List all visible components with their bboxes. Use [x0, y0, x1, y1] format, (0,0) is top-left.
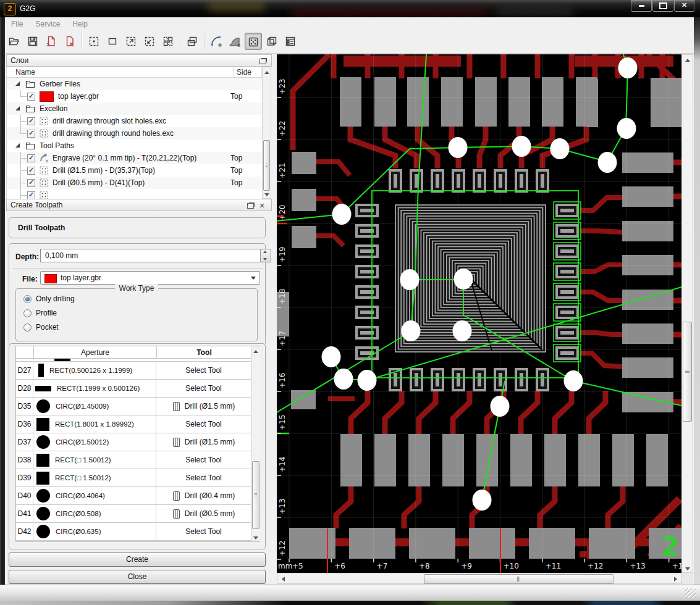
- scrollbar-thumb[interactable]: [263, 140, 270, 191]
- column-header-name[interactable]: Name: [15, 68, 35, 77]
- layer-visibility-checkbox[interactable]: ✓: [27, 117, 35, 125]
- chevron-down-icon[interactable]: [251, 277, 256, 280]
- expander-icon[interactable]: [15, 106, 20, 111]
- arc-tool-icon[interactable]: [208, 33, 225, 50]
- tree-group-row[interactable]: Tool Paths: [7, 140, 264, 152]
- tool-cell[interactable]: Drill (Ø1.5 mm): [156, 433, 251, 451]
- tool-cell[interactable]: Select Tool: [156, 469, 251, 487]
- aperture-row-D38[interactable]: D38RECT(□ 1.50012)Select Tool: [16, 451, 251, 469]
- tree-layer-row[interactable]: ✓Drill (Ø1.5 mm) - D(35,37)(Top)Top: [7, 164, 264, 177]
- resize-grip[interactable]: [685, 588, 696, 598]
- menu-item-file[interactable]: File: [5, 17, 29, 31]
- radio-only-drilling[interactable]: [23, 295, 32, 303]
- maximize-button[interactable]: [652, 0, 673, 12]
- layer-visibility-checkbox[interactable]: ✓: [27, 191, 35, 199]
- layer-visibility-checkbox[interactable]: ✓: [27, 167, 35, 175]
- tree-layer-row[interactable]: ✓Drill (Ø0.5 mm) - D(41)(Top)Top: [7, 177, 264, 189]
- properties-view-icon[interactable]: [282, 33, 299, 50]
- aperture-row-D27[interactable]: D27RECT(0.500126 x 1.1999)Select Tool: [16, 362, 251, 380]
- expander-icon[interactable]: [15, 81, 20, 86]
- tool-cell[interactable]: Drill (Ø0.4 mm): [156, 487, 251, 505]
- aperture-row-D39[interactable]: D39RECT(□ 1.50012)Select Tool: [16, 469, 251, 487]
- tree-group-row[interactable]: Excellon: [7, 102, 264, 115]
- close-file-icon[interactable]: [61, 33, 78, 50]
- file-combobox[interactable]: top layer.gbr: [40, 271, 260, 285]
- aperture-row-D36[interactable]: D36RECT(1.8001 x 1.89992)Select Tool: [16, 415, 251, 433]
- create-button[interactable]: Create: [9, 553, 266, 567]
- scroll-up-arrow[interactable]: [263, 67, 271, 76]
- header-tool[interactable]: Tool: [156, 346, 251, 359]
- close-panel-icon[interactable]: ✕: [258, 201, 266, 210]
- tool-cell[interactable]: Select Tool: [156, 523, 251, 541]
- spin-down-icon[interactable]: [263, 258, 267, 261]
- tool-cell[interactable]: Select Tool: [156, 415, 251, 433]
- arc-filled-tool-icon[interactable]: [226, 33, 243, 50]
- pcb-viewport[interactable]: 2mm+5+6+7+8+9+10+11+12+13+14+12+13+14+15…: [277, 54, 681, 573]
- aperture-table[interactable]: Aperture Tool D27RECT(0.500126 x 1.1999)…: [15, 346, 260, 542]
- close-button[interactable]: Close: [9, 570, 266, 584]
- aperture-row-D37[interactable]: D37CIRC(Ø1.50012)Drill (Ø1.5 mm): [16, 433, 251, 451]
- tool-cell[interactable]: Select Tool: [156, 362, 251, 380]
- tool-cell[interactable]: Select Tool: [156, 380, 251, 398]
- aperture-row-D35[interactable]: D35CIRC(Ø1.45009)Drill (Ø1.5 mm): [16, 398, 251, 415]
- column-header-side[interactable]: Side: [237, 68, 251, 77]
- layers-column-header[interactable]: Name Side: [6, 67, 263, 78]
- scroll-down-arrow[interactable]: [682, 564, 693, 572]
- tool-cell[interactable]: Drill (Ø0.5 mm): [156, 505, 251, 523]
- tree-group-row[interactable]: Gerber Files: [7, 78, 264, 90]
- layer-visibility-checkbox[interactable]: ✓: [27, 130, 35, 138]
- zoom-in-icon[interactable]: [122, 33, 140, 50]
- layer-visibility-checkbox[interactable]: ✓: [27, 93, 35, 101]
- drill-view-icon[interactable]: [245, 33, 262, 50]
- layers-tree[interactable]: Gerber Files✓top layer.gbrTopExcellon✓dr…: [6, 78, 264, 199]
- layer-visibility-checkbox[interactable]: ✓: [27, 179, 35, 187]
- zoom-out-icon[interactable]: [141, 33, 158, 50]
- titlebar[interactable]: 2 G2G ✕: [0, 0, 700, 17]
- spin-up-icon[interactable]: [263, 251, 267, 253]
- depth-spinbox[interactable]: 0,100 mm: [40, 249, 271, 262]
- header-aperture[interactable]: Aperture: [33, 346, 156, 359]
- save-file-icon[interactable]: [24, 33, 41, 50]
- tree-layer-row[interactable]: ✓drill drawing through round holes.exc: [7, 127, 264, 140]
- tree-layer-row[interactable]: ✓drill drawing through slot holes.exc: [7, 115, 264, 127]
- scroll-up-arrow[interactable]: [682, 55, 693, 64]
- scroll-down-arrow[interactable]: [263, 190, 271, 198]
- open-file-icon[interactable]: [6, 33, 23, 50]
- scroll-down-arrow[interactable]: [251, 533, 260, 541]
- tree-layer-row[interactable]: ✓Engrave (20° 0.1 mm tip) - T(20,21,22)(…: [7, 152, 264, 164]
- radio-pocket[interactable]: [23, 323, 32, 332]
- aperture-row-D28[interactable]: D28RECT(1.1999 x 0.500126)Select Tool: [16, 380, 251, 398]
- spin-buttons[interactable]: [260, 249, 271, 262]
- scroll-right-arrow[interactable]: [671, 574, 680, 582]
- scrollbar-thumb[interactable]: [252, 461, 259, 529]
- scroll-left-arrow[interactable]: [279, 574, 287, 582]
- zoom-fit-icon[interactable]: [104, 33, 121, 50]
- import-file-icon[interactable]: [43, 33, 60, 50]
- table-scrollbar[interactable]: [251, 346, 260, 541]
- menu-item-help[interactable]: Help: [66, 17, 94, 31]
- aperture-row-D42[interactable]: D42CIRC(Ø0.635)Select Tool: [16, 523, 251, 541]
- column-divider[interactable]: [233, 67, 234, 77]
- menu-item-service[interactable]: Service: [29, 17, 66, 31]
- aperture-row-D41[interactable]: D41CIRC(Ø0.508)Drill (Ø0.5 mm): [16, 505, 251, 523]
- aperture-row-D40[interactable]: D40CIRC(Ø0.4064)Drill (Ø0.4 mm): [16, 487, 251, 505]
- scrollbar-thumb[interactable]: [683, 322, 692, 422]
- scroll-up-arrow[interactable]: [251, 346, 260, 355]
- tree-layer-row[interactable]: ✓top layer.gbrTop: [7, 90, 264, 102]
- canvas-horizontal-scrollbar[interactable]: [277, 573, 681, 584]
- minimize-button[interactable]: [631, 0, 652, 12]
- tool-cell[interactable]: Select Tool: [156, 451, 251, 469]
- tool-cell[interactable]: Drill (Ø1.5 mm): [156, 398, 251, 415]
- close-button[interactable]: ✕: [674, 0, 694, 12]
- expander-icon[interactable]: [15, 143, 20, 148]
- header-id[interactable]: [16, 346, 33, 359]
- canvas-vertical-scrollbar[interactable]: [681, 54, 693, 573]
- cascade-windows-icon[interactable]: [183, 33, 201, 50]
- float-panel-icon[interactable]: [259, 59, 266, 64]
- layers-scrollbar[interactable]: [262, 67, 271, 199]
- zoom-selection-icon[interactable]: [85, 33, 103, 50]
- scrollbar-thumb[interactable]: [424, 574, 614, 584]
- view-3d-icon[interactable]: [263, 33, 280, 50]
- tile-windows-icon[interactable]: [159, 33, 177, 50]
- float-panel-icon[interactable]: [247, 203, 254, 209]
